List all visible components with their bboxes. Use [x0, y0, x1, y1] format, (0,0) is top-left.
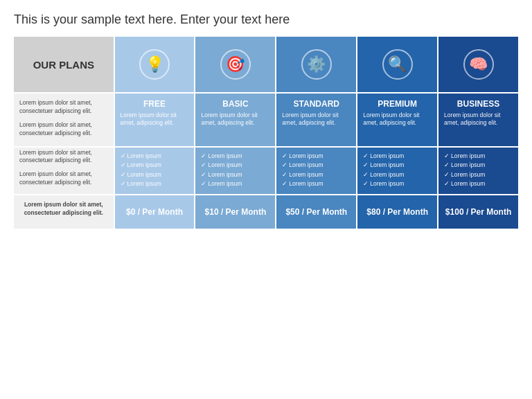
side-text-2: Lorem ipsum dolor sit amet, consectetuer…	[19, 121, 108, 138]
basic-icon: 🎯	[220, 49, 251, 80]
description-row: Lorem ipsum dolor sit amet, consectetuer…	[14, 94, 518, 146]
premium-icon: 🔍	[382, 49, 413, 80]
basic-feature-3: ✓Lorem ipsum	[201, 170, 269, 180]
side-desc-1: Lorem ipsum dolor sit amet, consectetuer…	[14, 94, 114, 146]
free-icon-cell: 💡	[115, 37, 195, 92]
our-plans-label: OUR PLANS	[33, 59, 94, 71]
premium-icon-cell: 🔍	[357, 37, 437, 92]
free-feature-2: ✓Lorem ipsum	[121, 161, 189, 170]
business-feature-2: ✓Lorem ipsum	[444, 161, 513, 170]
side-text-1: Lorem ipsum dolor sit amet, consectetuer…	[19, 99, 108, 116]
free-desc-cell: FREE Lorem ipsum dolor sit amet, adipisc…	[115, 94, 195, 146]
basic-plan-desc: Lorem ipsum dolor sit amet, adipiscing e…	[201, 112, 269, 127]
side-text-4: Lorem ipsum dolor sit amet, consectetuer…	[19, 170, 108, 187]
free-feature-4: ✓Lorem ipsum	[121, 179, 189, 189]
premium-feature-4: ✓Lorem ipsum	[363, 179, 432, 189]
standard-price: $50 / Per Month	[285, 207, 347, 217]
premium-feature-2: ✓Lorem ipsum	[363, 161, 432, 170]
page-title: This is your sample text here. Enter you…	[0, 0, 532, 35]
premium-plan-name: PREMIUM	[363, 99, 432, 109]
basic-icon-cell: 🎯	[195, 37, 275, 92]
pricing-table: OUR PLANS 💡 🎯 ⚙️ 🔍 🧠 Lorem ipsum dolor s…	[12, 35, 520, 230]
basic-feature-2: ✓Lorem ipsum	[201, 161, 269, 170]
premium-feature-1: ✓Lorem ipsum	[363, 152, 432, 161]
business-feature-1: ✓Lorem ipsum	[444, 152, 513, 161]
our-plans-header-cell: OUR PLANS	[14, 37, 114, 92]
basic-feature-4: ✓Lorem ipsum	[201, 179, 269, 189]
standard-features-cell: ✓Lorem ipsum ✓Lorem ipsum ✓Lorem ipsum ✓…	[276, 148, 356, 195]
premium-features-cell: ✓Lorem ipsum ✓Lorem ipsum ✓Lorem ipsum ✓…	[357, 148, 437, 195]
free-plan-name: FREE	[121, 99, 189, 109]
free-feature-1: ✓Lorem ipsum	[121, 152, 189, 161]
basic-price-cell: $10 / Per Month	[195, 195, 275, 229]
premium-feature-3: ✓Lorem ipsum	[363, 170, 432, 180]
free-price: $0 / Per Month	[126, 207, 183, 217]
free-plan-desc: Lorem ipsum dolor sit amet, adipiscing e…	[121, 112, 189, 127]
standard-plan-desc: Lorem ipsum dolor sit amet, adipiscing e…	[282, 112, 351, 127]
standard-desc-cell: STANDARD Lorem ipsum dolor sit amet, adi…	[276, 94, 356, 146]
business-desc-cell: BUSINESS Lorem ipsum dolor sit amet, adi…	[438, 94, 518, 146]
standard-feature-2: ✓Lorem ipsum	[282, 161, 351, 170]
side-text-3: Lorem ipsum dolor sit amet, consectetuer…	[19, 149, 108, 166]
basic-price: $10 / Per Month	[205, 207, 267, 217]
free-icon: 💡	[139, 49, 170, 80]
features-row: Lorem ipsum dolor sit amet, consectetuer…	[14, 148, 518, 195]
free-features-cell: ✓Lorem ipsum ✓Lorem ipsum ✓Lorem ipsum ✓…	[115, 148, 195, 195]
standard-icon: ⚙️	[301, 49, 332, 80]
premium-price: $80 / Per Month	[366, 207, 428, 217]
basic-feature-1: ✓Lorem ipsum	[201, 152, 269, 161]
basic-plan-name: BASIC	[201, 99, 269, 109]
business-icon: 🧠	[463, 49, 494, 80]
side-text-5: Lorem ipsum dolor sit amet, consectetuer…	[17, 201, 111, 218]
business-plan-desc: Lorem ipsum dolor sit amet, adipiscing e…	[444, 112, 513, 127]
premium-price-cell: $80 / Per Month	[357, 195, 437, 229]
side-features-col: Lorem ipsum dolor sit amet, consectetuer…	[14, 148, 114, 195]
standard-price-cell: $50 / Per Month	[276, 195, 356, 229]
business-price: $100 / Per Month	[445, 207, 511, 217]
standard-icon-cell: ⚙️	[276, 37, 356, 92]
premium-plan-desc: Lorem ipsum dolor sit amet, adipiscing e…	[363, 112, 432, 127]
standard-feature-1: ✓Lorem ipsum	[282, 152, 351, 161]
business-icon-cell: 🧠	[438, 37, 518, 92]
pricing-table-container: OUR PLANS 💡 🎯 ⚙️ 🔍 🧠 Lorem ipsum dolor s…	[0, 35, 532, 237]
standard-plan-name: STANDARD	[282, 99, 351, 109]
icon-header-row: OUR PLANS 💡 🎯 ⚙️ 🔍 🧠	[14, 37, 518, 92]
business-features-cell: ✓Lorem ipsum ✓Lorem ipsum ✓Lorem ipsum ✓…	[438, 148, 518, 195]
business-price-cell: $100 / Per Month	[438, 195, 518, 229]
free-price-cell: $0 / Per Month	[115, 195, 195, 229]
basic-features-cell: ✓Lorem ipsum ✓Lorem ipsum ✓Lorem ipsum ✓…	[195, 148, 275, 195]
free-feature-3: ✓Lorem ipsum	[121, 170, 189, 180]
business-plan-name: BUSINESS	[444, 99, 513, 109]
side-price-col: Lorem ipsum dolor sit amet, consectetuer…	[14, 195, 114, 229]
standard-feature-3: ✓Lorem ipsum	[282, 170, 351, 180]
premium-desc-cell: PREMIUM Lorem ipsum dolor sit amet, adip…	[357, 94, 437, 146]
price-row: Lorem ipsum dolor sit amet, consectetuer…	[14, 195, 518, 229]
standard-feature-4: ✓Lorem ipsum	[282, 179, 351, 189]
business-feature-4: ✓Lorem ipsum	[444, 179, 513, 189]
basic-desc-cell: BASIC Lorem ipsum dolor sit amet, adipis…	[195, 94, 275, 146]
business-feature-3: ✓Lorem ipsum	[444, 170, 513, 180]
